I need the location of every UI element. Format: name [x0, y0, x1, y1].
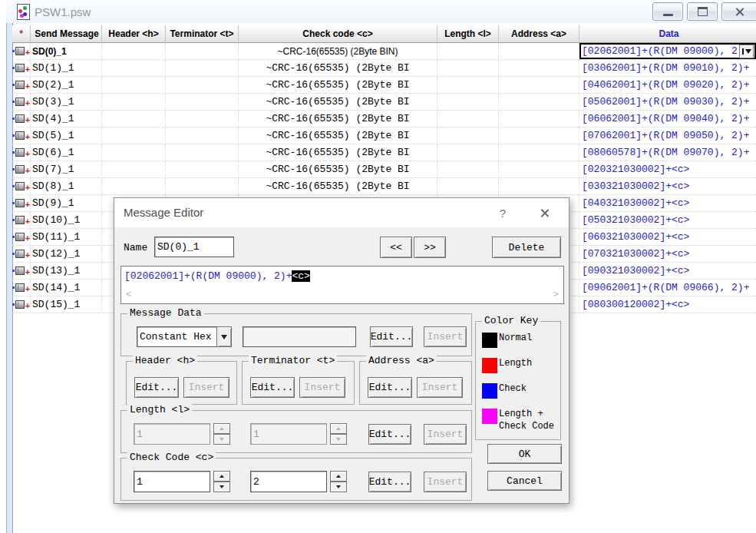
send-message-cell-icon[interactable] — [12, 94, 31, 111]
dialog-help-button[interactable]: ? — [489, 203, 517, 223]
check-code-cell[interactable]: ~CRC-16(65535) (2Byte BI — [239, 77, 437, 94]
data-cell[interactable]: [03062001]+(R(DM 09010), 2)+ — [579, 60, 756, 77]
send-message-name[interactable]: SD(4)_1 — [31, 111, 102, 127]
message-scrollbar[interactable]: < > — [121, 290, 563, 302]
address-edit-button[interactable]: Edit... — [368, 377, 412, 398]
terminator-cell[interactable] — [166, 94, 239, 111]
data-cell[interactable]: [04062001]+(R(DM 09020), 2)+ — [579, 77, 756, 94]
length-cell[interactable] — [437, 77, 499, 94]
combo-dropdown-button[interactable] — [216, 326, 232, 347]
length-cell[interactable] — [437, 144, 499, 161]
check-code-field-1[interactable]: 1 — [134, 471, 210, 492]
delete-button[interactable]: Delete — [492, 237, 561, 258]
length-cell[interactable] — [437, 94, 499, 111]
header-cell[interactable] — [102, 144, 166, 161]
table-row[interactable]: SD(5)_1~CRC-16(65535) (2Byte BI[07062001… — [12, 127, 756, 144]
send-message-name[interactable]: SD(11)_1 — [31, 229, 102, 246]
check-code-field-2[interactable]: 2 — [250, 471, 327, 492]
check-code-cell[interactable]: ~CRC-16(65535) (2Byte BI — [239, 178, 437, 195]
address-cell[interactable] — [499, 77, 579, 94]
scroll-left-icon[interactable]: < — [126, 290, 132, 302]
length-cell[interactable] — [437, 127, 499, 144]
send-message-cell-icon[interactable] — [12, 195, 31, 212]
restore-button[interactable] — [687, 2, 718, 21]
data-cell[interactable]: [050321030002]+<c> — [579, 212, 756, 229]
check-code-cell[interactable]: ~CRC-16(65535) (2Byte BI — [239, 127, 437, 144]
header-cell[interactable] — [102, 161, 166, 178]
address-cell[interactable] — [499, 94, 579, 111]
send-message-name[interactable]: SD(14)_1 — [31, 280, 102, 296]
send-message-name[interactable]: SD(13)_1 — [31, 263, 102, 280]
send-message-name[interactable]: SD(2)_1 — [31, 77, 102, 94]
data-cell[interactable]: [02062001]+(R(DM 09000), 2)+ — [579, 43, 756, 60]
send-message-cell-icon[interactable] — [12, 77, 31, 94]
minimize-button[interactable] — [652, 2, 683, 21]
data-cell[interactable]: [060321030002]+<c> — [579, 229, 756, 246]
spin-up-icon[interactable] — [213, 471, 230, 482]
spin-down-icon[interactable] — [213, 482, 230, 492]
dialog-titlebar[interactable]: Message Editor ? — [114, 198, 569, 227]
terminator-cell[interactable] — [166, 60, 239, 77]
data-cell[interactable]: [040321030002]+<c> — [579, 195, 756, 212]
length-cell[interactable] — [437, 161, 499, 178]
header-cell[interactable] — [102, 77, 166, 94]
data-dropdown-button[interactable] — [739, 45, 754, 58]
address-cell[interactable] — [499, 43, 579, 60]
send-message-name[interactable]: SD(12)_1 — [31, 246, 102, 263]
check-code-cell[interactable]: ~CRC-16(65535) (2Byte BI — [239, 94, 437, 111]
check-code-cell[interactable]: ~CRC-16(65535) (2Byte BI — [239, 60, 437, 77]
data-cell[interactable]: [09062001]+(R(DM 09066), 2)+ — [579, 280, 756, 296]
check-code-cell[interactable]: ~CRC-16(65535) (2Byte BI — [239, 161, 437, 178]
header-cell[interactable] — [102, 94, 166, 111]
terminator-cell[interactable] — [166, 111, 239, 127]
send-message-name[interactable]: SD(15)_1 — [31, 296, 102, 313]
send-message-cell-icon[interactable] — [12, 127, 31, 144]
message-data-input[interactable] — [243, 326, 356, 347]
send-message-cell-icon[interactable] — [12, 60, 31, 77]
header-edit-button[interactable]: Edit... — [134, 377, 179, 398]
data-cell[interactable]: [06062001]+(R(DM 09040), 2)+ — [579, 111, 756, 127]
send-message-name[interactable]: SD(6)_1 — [31, 144, 102, 161]
data-cell[interactable]: [05062001]+(R(DM 09030), 2)+ — [579, 94, 756, 111]
send-message-cell-icon[interactable] — [12, 246, 31, 263]
data-cell[interactable]: [020321030002]+<c> — [579, 161, 756, 178]
send-message-cell-icon[interactable] — [12, 229, 31, 246]
scroll-right-icon[interactable]: > — [553, 290, 559, 302]
length-cell[interactable] — [437, 111, 499, 127]
address-cell[interactable] — [499, 178, 579, 195]
length-edit-button[interactable]: Edit... — [368, 424, 411, 445]
address-cell[interactable] — [499, 127, 579, 144]
spin-up-icon[interactable] — [330, 471, 347, 482]
check-code-cell[interactable]: ~CRC-16(65535) (2Byte BIN) — [239, 43, 437, 60]
table-row[interactable]: SD(8)_1~CRC-16(65535) (2Byte BI[03032103… — [12, 178, 756, 195]
table-row[interactable]: SD(6)_1~CRC-16(65535) (2Byte BI[08060578… — [12, 144, 756, 161]
send-message-name[interactable]: SD(3)_1 — [31, 94, 102, 111]
check-code-cell[interactable]: ~CRC-16(65535) (2Byte BI — [239, 144, 437, 161]
spin-down-icon[interactable] — [330, 482, 347, 492]
ok-button[interactable]: OK — [487, 444, 562, 464]
dialog-close-button[interactable] — [527, 203, 561, 223]
terminator-cell[interactable] — [166, 77, 239, 94]
table-row[interactable]: SD(1)_1~CRC-16(65535) (2Byte BI[03062001… — [12, 60, 756, 77]
message-data-edit-button[interactable]: Edit... — [370, 326, 413, 347]
send-message-cell-icon[interactable] — [12, 144, 31, 161]
table-row[interactable]: SD(3)_1~CRC-16(65535) (2Byte BI[05062001… — [12, 94, 756, 111]
length-cell[interactable] — [437, 43, 499, 60]
terminator-cell[interactable] — [166, 144, 239, 161]
header-cell[interactable] — [102, 111, 166, 127]
address-cell[interactable] — [499, 111, 579, 127]
send-message-name[interactable]: SD(5)_1 — [31, 127, 102, 144]
send-message-name[interactable]: SD(10)_1 — [31, 212, 102, 229]
header-cell[interactable] — [102, 127, 166, 144]
send-message-cell-icon[interactable] — [12, 161, 31, 178]
table-row[interactable]: SD(7)_1~CRC-16(65535) (2Byte BI[02032103… — [12, 161, 756, 178]
data-type-combobox[interactable]: Constant Hex — [137, 326, 232, 347]
send-message-name[interactable]: SD(1)_1 — [31, 60, 102, 77]
terminator-cell[interactable] — [166, 127, 239, 144]
table-row[interactable]: SD(4)_1~CRC-16(65535) (2Byte BI[06062001… — [12, 111, 756, 127]
terminator-cell[interactable] — [166, 161, 239, 178]
message-preview-box[interactable]: [02062001]+(R(DM 09000), 2)+<c> < > — [120, 266, 564, 304]
send-message-name[interactable]: SD(9)_1 — [31, 195, 102, 212]
table-row[interactable]: SD(0)_1~CRC-16(65535) (2Byte BIN)[020620… — [12, 43, 756, 60]
data-cell[interactable]: [080300120002]+<c> — [579, 296, 756, 313]
